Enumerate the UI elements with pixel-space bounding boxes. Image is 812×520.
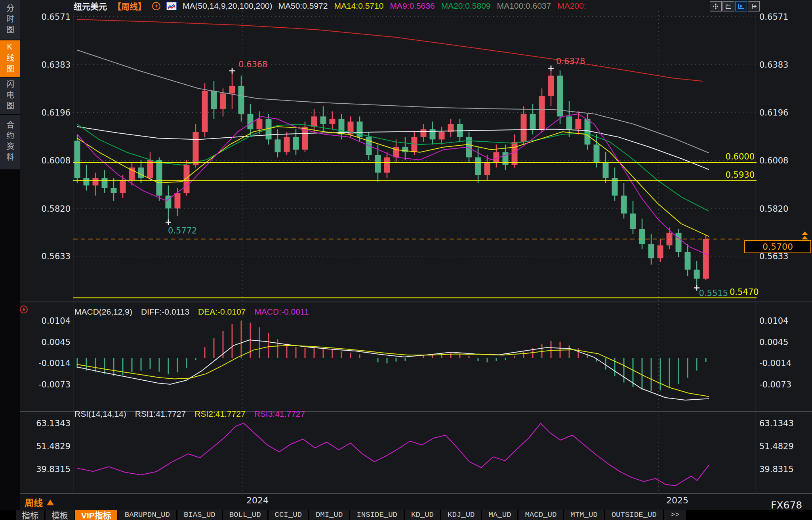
rsi2-value: RSI2:41.7727 (194, 409, 245, 419)
axis-label: 0.6008 (42, 156, 71, 165)
mini-chart-icon[interactable] (166, 2, 177, 10)
axis-label: 39.8315 (36, 465, 71, 474)
current-price-value: 0.5700 (762, 242, 793, 252)
axes-scale-icon[interactable] (722, 1, 734, 11)
macd-dea-value: DEA:-0.0107 (198, 307, 246, 317)
tab->>[interactable]: >> (664, 510, 686, 520)
period-tag: 【周线】 (113, 0, 146, 12)
rsi1-value: RSI1:41.7727 (135, 409, 186, 419)
tab--[interactable]: 指标 (16, 510, 44, 520)
axis-label: 0.0104 (42, 316, 71, 326)
axis-label: -0.0014 (759, 359, 791, 368)
axis-label: 0.6008 (759, 156, 788, 165)
price-annotation: 0.5515 (699, 288, 728, 298)
period-selector[interactable]: 周线 (25, 495, 54, 509)
price-annotation: 0.6378 (556, 57, 585, 66)
macd-diff-value: DIFF:-0.0113 (141, 307, 189, 317)
axis-label: 0.6383 (42, 60, 71, 70)
tab-ma_ud[interactable]: MA_UD (482, 510, 517, 520)
axis-label: 0.6196 (759, 108, 788, 118)
current-price-tag: 0.5700 (744, 240, 811, 253)
tab-kd_ud[interactable]: KD_UD (405, 510, 440, 520)
axis-label: 51.4829 (759, 442, 794, 451)
chart-canvas[interactable]: 0.60000.59300.54700.63680.63780.57720.55… (0, 0, 812, 520)
macd-macd-value: MACD:-0.0011 (254, 307, 309, 317)
axis-label: -0.0014 (38, 359, 71, 368)
sidebar-item[interactable]: 合约资料 (0, 115, 20, 169)
period-label: 周线 (25, 495, 43, 509)
macd-header: MACD(26,12,9) DIFF:-0.0113 DEA:-0.0107 M… (74, 307, 309, 317)
indicator-tab-bar: 指标模板VIP指标BARUPDN_UDBIAS_UDBOLL_UDCCI_UDD… (0, 510, 812, 520)
macd-title: MACD(26,12,9) (74, 307, 132, 317)
tab-inside_ud[interactable]: INSIDE_UD (350, 510, 404, 520)
rsi-title: RSI(14,14,14) (74, 409, 126, 419)
brand-watermark: FX678 (771, 499, 802, 511)
sidebar: 分时图K线图闪电图合约资料 (0, 0, 20, 520)
tab-macd_ud[interactable]: MACD_UD (518, 510, 563, 520)
ma-value-label: MA100:0.6037 (497, 1, 551, 11)
axis-label: 0.6571 (759, 12, 788, 22)
tab-outside_ud[interactable]: OUTSIDE_UD (605, 510, 663, 520)
symbol-name: 纽元美元 (74, 0, 107, 12)
axis-label: 0.5633 (42, 252, 71, 261)
axis-label: 0.6196 (42, 108, 71, 118)
axis-label: 0.0045 (42, 338, 71, 347)
tab-kdj_ud[interactable]: KDJ_UD (441, 510, 481, 520)
pan-icon[interactable] (710, 1, 722, 11)
ma-value-label: MA9:0.5636 (390, 1, 435, 11)
axis-label: 0.6571 (42, 12, 71, 22)
sidebar-item[interactable]: K线图 (0, 40, 20, 77)
year-label: 2024 (246, 495, 269, 505)
price-level-label: 0.5930 (726, 170, 755, 180)
ma-value-label: MA14:0.5710 (334, 1, 383, 11)
ma-value-label: MA20:0.5809 (441, 1, 491, 11)
axis-label: 51.4829 (36, 442, 71, 451)
ma-values: MA50:0.5972MA14:0.5710MA9:0.5636MA20:0.5… (278, 1, 586, 11)
axis-label: 0.5820 (42, 204, 71, 214)
tab-boll_ud[interactable]: BOLL_UD (223, 510, 267, 520)
axis-label: 0.5820 (759, 204, 788, 214)
price-annotation: 0.5772 (168, 226, 197, 235)
tab-barupdn_ud[interactable]: BARUPDN_UD (118, 510, 176, 520)
axes-play-icon[interactable] (735, 1, 747, 11)
sidebar-item[interactable]: 分时图 (0, 0, 20, 40)
axis-label: 63.1343 (759, 419, 794, 428)
year-label: 2025 (666, 495, 688, 505)
price-level-label: 0.6000 (726, 152, 755, 161)
price-level-label: 0.5470 (730, 287, 759, 297)
ma-params-label: MA(50,14,9,20,100,200) (183, 1, 273, 11)
tab-dmi_ud[interactable]: DMI_UD (309, 510, 349, 520)
sidebar-item[interactable]: 闪电图 (0, 78, 20, 114)
axis-label: -0.0073 (759, 380, 791, 389)
tab-bias_ud[interactable]: BIAS_UD (177, 510, 222, 520)
rsi3-value: RSI3:41.7727 (254, 409, 305, 419)
symbol-marker-icon (20, 306, 28, 313)
axes-shift-icon[interactable] (748, 1, 760, 11)
circle-plus-icon[interactable]: + (152, 2, 160, 10)
tab-mtm_ud[interactable]: MTM_UD (564, 510, 604, 520)
rsi-header: RSI(14,14,14) RSI1:41.7727 RSI2:41.7727 … (74, 409, 305, 419)
axis-label: 0.0104 (759, 316, 788, 326)
trading-app: 0.60000.59300.54700.63680.63780.57720.55… (0, 0, 812, 520)
axis-label: 63.1343 (36, 419, 71, 428)
axis-label: 39.8315 (759, 465, 794, 474)
ma-value-label: MA50:0.5972 (278, 1, 328, 11)
ma-value-label: MA200: (557, 1, 586, 11)
axis-label: 0.6383 (759, 60, 788, 70)
price-up-arrows-icon (802, 232, 808, 239)
tab--[interactable]: 模板 (46, 510, 74, 520)
axis-label: 0.0045 (759, 338, 788, 347)
chart-toolbar (710, 1, 760, 11)
tab-cci_ud[interactable]: CCI_UD (269, 510, 308, 520)
axis-label: -0.0073 (38, 380, 71, 389)
triangle-up-icon (47, 499, 54, 505)
price-annotation: 0.6368 (238, 60, 267, 69)
symbol-header: 纽元美元 【周线】 + MA(50,14,9,20,100,200) MA50:… (74, 1, 586, 11)
tab-vip-[interactable]: VIP指标 (75, 510, 117, 520)
